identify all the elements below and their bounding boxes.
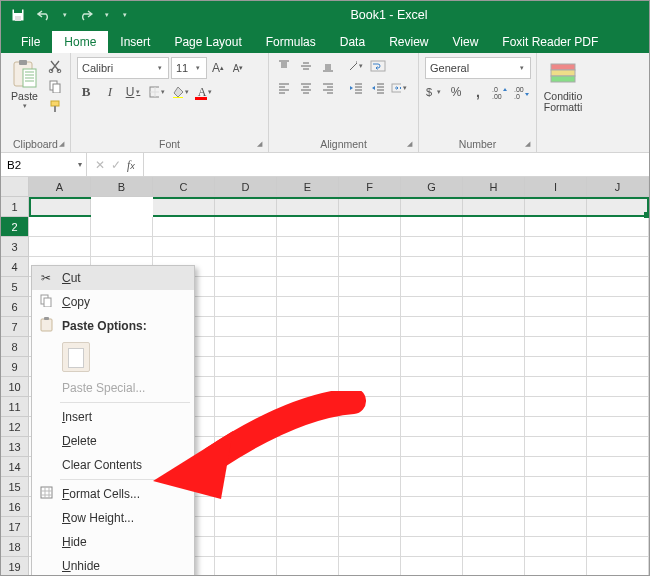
ctx-unhide[interactable]: Unhide bbox=[32, 554, 194, 576]
align-left-icon[interactable] bbox=[275, 79, 293, 97]
ctx-copy[interactable]: Copy bbox=[32, 290, 194, 314]
row-header-1[interactable]: 1 bbox=[1, 197, 29, 217]
name-box[interactable]: B2▾ bbox=[1, 153, 87, 176]
row-header-12[interactable]: 12 bbox=[1, 417, 29, 437]
select-all-corner[interactable] bbox=[1, 177, 29, 197]
ctx-clear-contents[interactable]: Clear Contents bbox=[32, 453, 194, 477]
col-header-E[interactable]: E bbox=[277, 177, 339, 197]
row-header-10[interactable]: 10 bbox=[1, 377, 29, 397]
col-header-F[interactable]: F bbox=[339, 177, 401, 197]
tab-home[interactable]: Home bbox=[52, 31, 108, 53]
row-header-16[interactable]: 16 bbox=[1, 497, 29, 517]
conditional-formatting-icon bbox=[543, 57, 583, 91]
align-middle-icon[interactable] bbox=[297, 57, 315, 75]
col-header-D[interactable]: D bbox=[215, 177, 277, 197]
col-header-C[interactable]: C bbox=[153, 177, 215, 197]
row-header-2[interactable]: 2 bbox=[1, 217, 29, 237]
border-icon[interactable]: ▾ bbox=[149, 83, 167, 101]
cut-icon[interactable] bbox=[46, 57, 64, 75]
undo-dropdown-icon[interactable]: ▾ bbox=[61, 11, 69, 19]
ctx-paste-option[interactable] bbox=[32, 338, 194, 376]
svg-rect-13 bbox=[173, 97, 183, 98]
tab-data[interactable]: Data bbox=[328, 31, 377, 53]
col-header-I[interactable]: I bbox=[525, 177, 587, 197]
tab-formulas[interactable]: Formulas bbox=[254, 31, 328, 53]
align-bottom-icon[interactable] bbox=[319, 57, 337, 75]
redo-dropdown-icon[interactable]: ▾ bbox=[103, 11, 111, 19]
cancel-icon[interactable]: ✕ bbox=[95, 158, 105, 172]
fill-handle[interactable] bbox=[644, 212, 649, 218]
tab-foxit[interactable]: Foxit Reader PDF bbox=[490, 31, 610, 53]
ctx-cut[interactable]: ✂Cut bbox=[32, 266, 194, 290]
wrap-text-icon[interactable] bbox=[369, 57, 387, 75]
row-header-18[interactable]: 18 bbox=[1, 537, 29, 557]
decrease-indent-icon[interactable] bbox=[347, 79, 365, 97]
row-header-11[interactable]: 11 bbox=[1, 397, 29, 417]
accounting-format-icon[interactable]: $▾ bbox=[425, 83, 443, 101]
italic-button[interactable]: I bbox=[101, 83, 119, 101]
increase-font-icon[interactable]: A▴ bbox=[209, 59, 227, 77]
comma-icon[interactable]: , bbox=[469, 83, 487, 101]
increase-decimal-icon[interactable]: .0.00 bbox=[491, 83, 509, 101]
copy-icon bbox=[38, 294, 54, 310]
percent-icon[interactable]: % bbox=[447, 83, 465, 101]
row-header-4[interactable]: 4 bbox=[1, 257, 29, 277]
row-header-3[interactable]: 3 bbox=[1, 237, 29, 257]
merge-center-icon[interactable]: ▾ bbox=[391, 79, 409, 97]
redo-icon[interactable] bbox=[77, 6, 95, 24]
underline-button[interactable]: U▾ bbox=[125, 83, 143, 101]
row-header-14[interactable]: 14 bbox=[1, 457, 29, 477]
conditional-formatting-button[interactable]: ConditioFormatti bbox=[543, 57, 583, 113]
ctx-format-cells[interactable]: Format Cells... bbox=[32, 482, 194, 506]
col-header-B[interactable]: B bbox=[91, 177, 153, 197]
fx-icon[interactable]: fx bbox=[127, 159, 135, 171]
tab-page-layout[interactable]: Page Layout bbox=[162, 31, 253, 53]
fill-color-icon[interactable]: ▾ bbox=[173, 83, 191, 101]
copy-icon[interactable] bbox=[46, 77, 64, 95]
col-header-J[interactable]: J bbox=[587, 177, 649, 197]
number-format-select[interactable]: General▾ bbox=[425, 57, 531, 79]
ctx-delete[interactable]: Delete bbox=[32, 429, 194, 453]
row-header-7[interactable]: 7 bbox=[1, 317, 29, 337]
ctx-hide[interactable]: Hide bbox=[32, 530, 194, 554]
align-top-icon[interactable] bbox=[275, 57, 293, 75]
enter-icon[interactable]: ✓ bbox=[111, 158, 121, 172]
row-header-17[interactable]: 17 bbox=[1, 517, 29, 537]
group-alignment: ▾ ▾ Alignment bbox=[269, 53, 419, 152]
font-name-select[interactable]: Calibri▾ bbox=[77, 57, 169, 79]
row-header-8[interactable]: 8 bbox=[1, 337, 29, 357]
row-header-5[interactable]: 5 bbox=[1, 277, 29, 297]
tab-view[interactable]: View bbox=[441, 31, 491, 53]
ctx-paste-special[interactable]: Paste Special... bbox=[32, 376, 194, 400]
font-color-icon[interactable]: A▾ bbox=[197, 83, 215, 101]
decrease-font-icon[interactable]: A▾ bbox=[229, 59, 247, 77]
col-header-G[interactable]: G bbox=[401, 177, 463, 197]
format-painter-icon[interactable] bbox=[46, 97, 64, 115]
align-center-icon[interactable] bbox=[297, 79, 315, 97]
tab-file[interactable]: File bbox=[9, 31, 52, 53]
col-header-H[interactable]: H bbox=[463, 177, 525, 197]
increase-indent-icon[interactable] bbox=[369, 79, 387, 97]
svg-rect-11 bbox=[54, 106, 56, 112]
row-header-6[interactable]: 6 bbox=[1, 297, 29, 317]
row-header-15[interactable]: 15 bbox=[1, 477, 29, 497]
column-headers: ABCDEFGHIJ bbox=[29, 177, 649, 197]
ctx-insert[interactable]: Insert bbox=[32, 405, 194, 429]
save-icon[interactable] bbox=[9, 6, 27, 24]
row-header-9[interactable]: 9 bbox=[1, 357, 29, 377]
tab-review[interactable]: Review bbox=[377, 31, 440, 53]
col-header-A[interactable]: A bbox=[29, 177, 91, 197]
qat-customize-icon[interactable]: ▾ bbox=[121, 11, 129, 19]
ctx-row-height[interactable]: Row Height... bbox=[32, 506, 194, 530]
orientation-icon[interactable]: ▾ bbox=[347, 57, 365, 75]
row-header-13[interactable]: 13 bbox=[1, 437, 29, 457]
align-right-icon[interactable] bbox=[319, 79, 337, 97]
formula-input[interactable] bbox=[144, 153, 649, 176]
tab-insert[interactable]: Insert bbox=[108, 31, 162, 53]
row-header-19[interactable]: 19 bbox=[1, 557, 29, 575]
undo-icon[interactable] bbox=[35, 6, 53, 24]
paste-button[interactable]: Paste ▾ bbox=[7, 57, 42, 110]
decrease-decimal-icon[interactable]: .00.0 bbox=[513, 83, 531, 101]
font-size-select[interactable]: 11▾ bbox=[171, 57, 207, 79]
bold-button[interactable]: B bbox=[77, 83, 95, 101]
